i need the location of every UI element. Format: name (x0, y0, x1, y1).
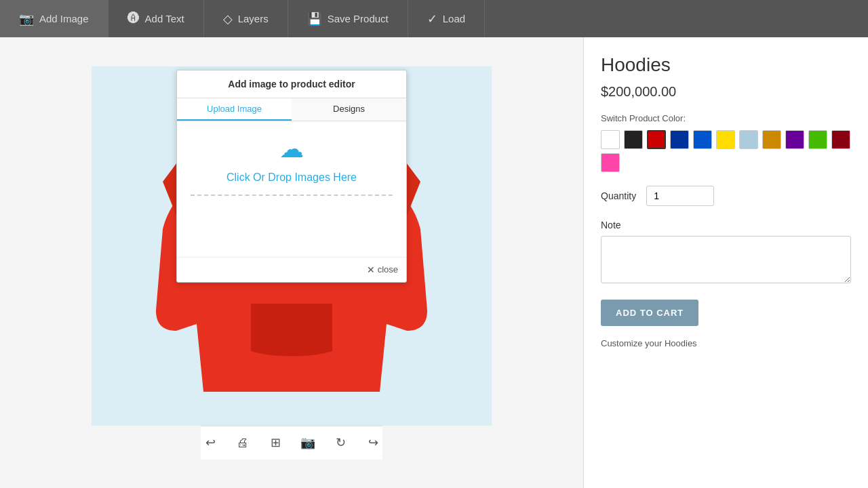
main-toolbar: 📷 Add Image 🅐 Add Text ◇ Layers 💾 Save P… (0, 0, 868, 37)
checkmark-icon: ✓ (427, 12, 437, 26)
canvas-area: Add image to product editor Upload Image… (0, 37, 583, 488)
layers-icon: ◇ (223, 12, 233, 26)
color-swatch-light-blue[interactable] (739, 130, 758, 149)
add-to-cart-button[interactable]: ADD TO CART (601, 300, 698, 326)
quantity-row: Quantity (601, 186, 851, 206)
refresh-button[interactable]: ↻ (331, 433, 350, 452)
quantity-label: Quantity (601, 190, 636, 201)
camera-icon: 📷 (19, 12, 34, 26)
text-icon: 🅐 (127, 12, 140, 26)
toolbar-add-image[interactable]: 📷 Add Image (0, 0, 108, 37)
product-canvas: Add image to product editor Upload Image… (92, 66, 492, 426)
color-swatch-orange[interactable] (762, 130, 781, 149)
note-textarea[interactable] (601, 236, 851, 283)
toolbar-load-label: Load (443, 13, 465, 24)
toolbar-layers[interactable]: ◇ Layers (204, 0, 288, 37)
modal-footer: ✕ close (177, 257, 406, 282)
upload-drop-text[interactable]: Click Or Drop Images Here (226, 171, 357, 184)
modal-tab-upload[interactable]: Upload Image (177, 98, 292, 121)
modal-close-button[interactable]: ✕ close (367, 264, 398, 275)
color-swatches (601, 130, 851, 172)
grid-button[interactable]: ⊞ (266, 433, 285, 452)
color-swatch-white[interactable] (601, 130, 620, 149)
modal-tab-designs[interactable]: Designs (292, 98, 406, 121)
bottom-toolbar: ↩ 🖨 ⊞ 📷 ↻ ↪ (201, 426, 382, 460)
customize-text: Customize your Hoodies (601, 338, 851, 348)
add-image-modal: Add image to product editor Upload Image… (176, 70, 407, 283)
color-swatch-green[interactable] (808, 130, 827, 149)
color-label: Switch Product Color: (601, 113, 851, 123)
modal-title: Add image to product editor (177, 70, 406, 98)
close-x-icon: ✕ (367, 264, 375, 275)
redo-button[interactable]: ↪ (363, 433, 382, 452)
modal-tabs: Upload Image Designs (177, 98, 406, 121)
toolbar-load[interactable]: ✓ Load (408, 0, 485, 37)
right-sidebar: Hoodies $200,000.00 Switch Product Color… (583, 37, 868, 488)
product-title: Hoodies (601, 54, 851, 76)
toolbar-layers-label: Layers (238, 13, 269, 24)
toolbar-add-text-label: Add Text (145, 13, 184, 24)
toolbar-add-image-label: Add Image (39, 13, 89, 24)
modal-divider (191, 195, 393, 196)
color-swatch-dark-blue[interactable] (670, 130, 689, 149)
note-label: Note (601, 220, 851, 230)
main-area: Add image to product editor Upload Image… (0, 37, 868, 488)
undo-button[interactable]: ↩ (201, 433, 220, 452)
color-swatch-purple[interactable] (785, 130, 804, 149)
color-swatch-dark-red[interactable] (831, 130, 850, 149)
toolbar-save-product[interactable]: 💾 Save Product (288, 0, 408, 37)
toolbar-add-text[interactable]: 🅐 Add Text (108, 0, 204, 37)
color-swatch-blue[interactable] (693, 130, 712, 149)
color-swatch-black[interactable] (624, 130, 643, 149)
modal-body: ☁ Click Or Drop Images Here (177, 121, 406, 257)
product-price: $200,000.00 (601, 84, 851, 100)
upload-cloud-icon: ☁ (279, 135, 304, 163)
toolbar-save-product-label: Save Product (328, 13, 389, 24)
print-button[interactable]: 🖨 (233, 433, 252, 452)
modal-close-label: close (378, 264, 398, 274)
save-icon: 💾 (307, 12, 322, 26)
modal-overlay: Add image to product editor Upload Image… (92, 66, 492, 426)
quantity-input[interactable] (646, 186, 714, 206)
color-swatch-yellow[interactable] (716, 130, 735, 149)
camera-capture-button[interactable]: 📷 (298, 433, 317, 452)
color-swatch-red[interactable] (647, 130, 666, 149)
color-swatch-pink[interactable] (601, 153, 620, 172)
